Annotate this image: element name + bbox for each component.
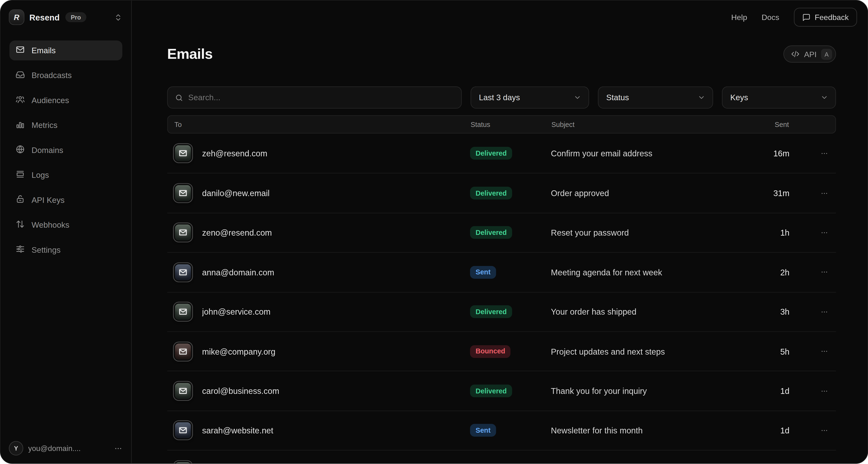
status-cell: Delivered [470, 187, 551, 200]
users-icon [16, 95, 25, 106]
subject-cell: Order approved [551, 188, 771, 198]
status-badge: Sent [470, 424, 496, 437]
table-row[interactable]: carol@business.com Delivered Thank you f… [167, 371, 836, 410]
chevron-down-icon [820, 94, 828, 102]
recipient-email: zeh@resend.com [202, 149, 268, 158]
user-email: you@domain.... [28, 444, 108, 453]
chevron-down-icon [574, 94, 581, 102]
sent-time: 1d [771, 386, 804, 396]
status-cell: Delivered [470, 384, 551, 397]
sidebar-spacer [0, 260, 131, 442]
ellipsis-icon [804, 190, 828, 197]
user-more-icon[interactable] [114, 444, 123, 453]
sidebar-item-label: Broadcasts [32, 71, 72, 80]
recipient-cell: mike@company.org [174, 342, 470, 361]
resend-logo-icon: R [9, 10, 24, 24]
app-window: R Resend Pro Emails Broadcasts A [0, 0, 868, 464]
sidebar-item-label: Webhooks [32, 221, 69, 229]
ellipsis-icon [804, 149, 828, 157]
recipient-cell: zeno@resend.com [174, 224, 470, 242]
subject-cell: Newsletter for this month [551, 426, 771, 435]
status-badge: Delivered [470, 187, 512, 200]
recipient-email: sarah@website.net [202, 426, 274, 435]
filter-row: Last 3 days Status Keys [167, 86, 836, 109]
status-badge: Delivered [470, 384, 512, 397]
envelope-tile-icon [174, 224, 192, 242]
chevrons-up-down-icon[interactable] [114, 13, 123, 21]
sent-time: 31m [771, 188, 804, 198]
api-button[interactable]: API A [783, 46, 836, 63]
subject-cell: Confirm your email address [551, 149, 771, 158]
sidebar-item-audiences[interactable]: Audiences [9, 90, 122, 110]
recipient-cell: sarah@website.net [174, 422, 470, 440]
sidebar-item-metrics[interactable]: Metrics [9, 115, 122, 135]
table-header: To Status Subject Sent [167, 115, 836, 134]
status-badge: Delivered [470, 226, 512, 239]
table-row-partial[interactable]: Delivered [167, 450, 836, 464]
envelope-tile-icon [174, 263, 192, 281]
search-icon [175, 93, 183, 102]
table-row[interactable]: sarah@website.net Sent Newsletter for th… [167, 410, 836, 450]
sidebar-item-label: API Keys [32, 196, 64, 205]
sidebar-item-webhooks[interactable]: Webhooks [9, 215, 122, 235]
table-row[interactable]: danilo@new.email Delivered Order approve… [167, 173, 836, 212]
api-button-label: API [804, 50, 817, 59]
row-more-button[interactable] [804, 308, 828, 316]
recipient-cell: danilo@new.email [174, 184, 470, 202]
date-range-select[interactable]: Last 3 days [471, 86, 589, 109]
status-select[interactable]: Status [598, 86, 713, 109]
sidebar-item-logs[interactable]: Logs [9, 165, 122, 185]
rows-icon [16, 170, 25, 181]
user-menu[interactable]: Y you@domain.... [0, 442, 131, 464]
table-row[interactable]: mike@company.org Bounced Project updates… [167, 331, 836, 371]
email-table: zeh@resend.com Delivered Confirm your em… [167, 134, 836, 464]
row-more-button[interactable] [804, 190, 828, 197]
message-square-icon [802, 13, 810, 21]
sidebar-item-label: Metrics [32, 121, 57, 129]
globe-icon [16, 145, 25, 156]
sidebar-item-broadcasts[interactable]: Broadcasts [9, 65, 122, 85]
sidebar-item-settings[interactable]: Settings [9, 240, 122, 260]
recipient-email: mike@company.org [202, 347, 276, 356]
code-icon [792, 50, 800, 58]
row-more-button[interactable] [804, 427, 828, 434]
sidebar-item-label: Emails [32, 46, 56, 55]
sidebar-item-domains[interactable]: Domains [9, 140, 122, 160]
column-header-status: Status [471, 120, 552, 128]
recipient-email: danilo@new.email [202, 188, 270, 198]
feedback-button[interactable]: Feedback [794, 8, 857, 27]
bar-chart-icon [16, 120, 25, 131]
recipient-email: zeno@resend.com [202, 228, 272, 237]
sidebar: R Resend Pro Emails Broadcasts A [0, 0, 132, 463]
workspace-switcher[interactable]: R Resend Pro [0, 0, 131, 24]
ellipsis-icon [804, 308, 828, 316]
keys-select[interactable]: Keys [722, 86, 836, 109]
status-cell: Delivered [470, 226, 551, 239]
help-link[interactable]: Help [731, 13, 747, 22]
table-row[interactable]: zeno@resend.com Delivered Reset your pas… [167, 213, 836, 252]
row-more-button[interactable] [804, 347, 828, 355]
sidebar-item-api-keys[interactable]: API Keys [9, 190, 122, 210]
row-more-button[interactable] [804, 149, 828, 157]
table-row[interactable]: anna@domain.com Sent Meeting agenda for … [167, 252, 836, 292]
row-more-button[interactable] [804, 229, 828, 237]
table-row[interactable]: john@service.com Delivered Your order ha… [167, 292, 836, 331]
sent-time: 16m [771, 149, 804, 158]
feedback-label: Feedback [814, 13, 848, 22]
column-header-subject: Subject [552, 120, 770, 128]
subject-cell: Reset your password [551, 228, 771, 237]
search-input[interactable] [188, 93, 454, 102]
table-row[interactable]: zeh@resend.com Delivered Confirm your em… [167, 134, 836, 173]
recipient-email: john@service.com [202, 307, 271, 317]
envelope-tile-icon [174, 144, 192, 163]
row-more-button[interactable] [804, 387, 828, 395]
recipient-cell: anna@domain.com [174, 263, 470, 281]
page-title: Emails [167, 46, 213, 63]
envelope-tile-icon [174, 422, 192, 440]
sidebar-item-emails[interactable]: Emails [9, 40, 122, 60]
docs-link[interactable]: Docs [762, 13, 779, 22]
status-cell: Sent [470, 424, 551, 437]
ellipsis-icon [804, 229, 828, 237]
recipient-email: carol@business.com [202, 386, 279, 396]
row-more-button[interactable] [804, 268, 828, 276]
